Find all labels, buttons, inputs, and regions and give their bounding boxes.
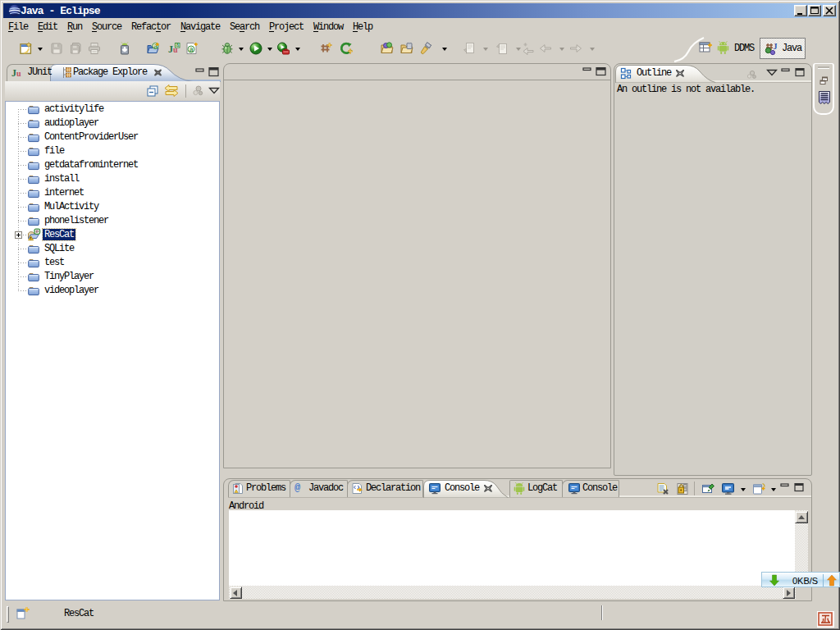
svg-text:a: a — [189, 45, 194, 53]
svg-text:J: J — [774, 42, 778, 51]
svg-text:u: u — [16, 69, 21, 78]
svg-text:a: a — [176, 42, 179, 48]
